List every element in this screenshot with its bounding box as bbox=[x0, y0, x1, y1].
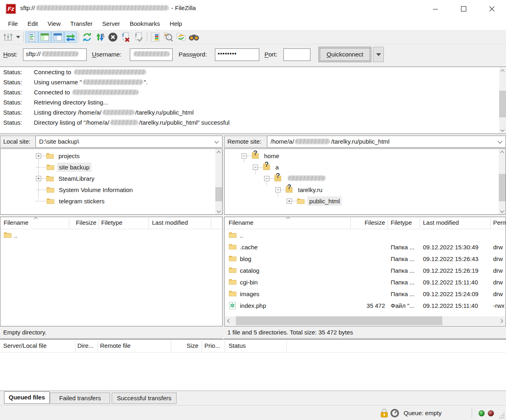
remote-file-row-parent[interactable]: .. bbox=[225, 230, 506, 242]
resize-grip[interactable] bbox=[503, 417, 504, 418]
site-manager-dropdown-icon[interactable] bbox=[15, 31, 22, 43]
local-tree-item-site-backup[interactable]: site backup bbox=[36, 161, 92, 173]
speedometer-icon[interactable] bbox=[390, 409, 399, 418]
remote-file-row-catalog[interactable]: catalog Папка ... 09.12.2022 15:26:19 dr… bbox=[225, 265, 506, 277]
column-size[interactable]: Size bbox=[174, 342, 198, 349]
column-filesize[interactable]: Filesize bbox=[71, 219, 96, 226]
local-tree-item-system-volume-information[interactable]: System Volume Information bbox=[36, 184, 135, 195]
tree-item-label[interactable] bbox=[285, 173, 329, 183]
tree-item-label[interactable]: site backup bbox=[57, 163, 92, 172]
remote-tree-scrollbar[interactable] bbox=[499, 149, 506, 214]
find-files-icon[interactable] bbox=[187, 31, 200, 43]
expander-icon[interactable]: − bbox=[242, 153, 247, 159]
remote-tree-item-a[interactable]: − ? a bbox=[253, 161, 281, 173]
remote-path-combo[interactable]: /home/a//tarelky.ru/public_html bbox=[267, 136, 506, 148]
scroll-down-icon[interactable] bbox=[499, 207, 506, 214]
scroll-up-icon[interactable] bbox=[499, 67, 506, 74]
column-filesize[interactable]: Filesize bbox=[345, 219, 385, 226]
scrollbar-thumb[interactable] bbox=[499, 91, 506, 117]
expander-icon[interactable]: + bbox=[287, 199, 292, 204]
scroll-down-icon[interactable] bbox=[215, 207, 222, 214]
scrollbar-thumb[interactable] bbox=[499, 174, 506, 201]
username-input[interactable] bbox=[130, 48, 173, 61]
remote-tree-item-home[interactable]: − ? home bbox=[242, 150, 281, 161]
expander-icon[interactable]: − bbox=[264, 176, 269, 181]
local-tree-scrollbar[interactable] bbox=[215, 149, 222, 214]
tree-item-label[interactable]: projects bbox=[56, 151, 82, 161]
tree-item-label[interactable]: SteamLibrary bbox=[56, 174, 96, 183]
quickconnect-dropdown-button[interactable] bbox=[373, 47, 384, 62]
menu-transfer[interactable]: Transfer bbox=[65, 18, 97, 30]
reconnect-icon[interactable] bbox=[132, 31, 145, 43]
scrollbar-thumb[interactable] bbox=[215, 187, 222, 201]
column-permissions[interactable]: Permissions bbox=[493, 219, 506, 226]
chevron-down-icon[interactable] bbox=[214, 139, 219, 143]
column-priority[interactable]: Prio... bbox=[204, 342, 220, 349]
port-input[interactable] bbox=[283, 48, 310, 61]
column-filename[interactable]: Filename bbox=[229, 219, 254, 226]
menu-server[interactable]: Server bbox=[98, 18, 125, 30]
menu-file[interactable]: File bbox=[3, 18, 23, 30]
log-error-indicator-icon[interactable] bbox=[488, 410, 494, 416]
remote-file-row-cache[interactable]: .cache Папка ... 09.12.2022 15:30:49 drw bbox=[225, 242, 506, 253]
toggle-message-log-icon[interactable] bbox=[25, 31, 38, 43]
remote-tree-item-tarelky-ru[interactable]: − ? tarelky.ru bbox=[275, 184, 325, 195]
remote-tree-item-censored[interactable]: − ? bbox=[264, 173, 329, 184]
menu-view[interactable]: View bbox=[43, 18, 65, 30]
local-file-row-parent[interactable]: .. bbox=[0, 230, 222, 242]
column-filetype[interactable]: Filetype bbox=[391, 219, 412, 226]
tree-item-label[interactable]: telegram stickers bbox=[57, 196, 106, 206]
tree-item-label[interactable]: home bbox=[262, 151, 281, 161]
lock-icon[interactable] bbox=[379, 408, 389, 418]
cancel-icon[interactable] bbox=[106, 31, 119, 43]
remote-file-row-images[interactable]: images Папка ... 09.12.2022 15:24:09 drw bbox=[225, 288, 506, 300]
maximize-button[interactable] bbox=[454, 2, 473, 16]
remote-tree-item-public-html[interactable]: + public_html bbox=[287, 195, 342, 207]
scroll-up-icon[interactable] bbox=[215, 149, 222, 156]
menu-bookmarks[interactable]: Bookmarks bbox=[125, 18, 165, 30]
log-scrollbar[interactable] bbox=[499, 67, 506, 133]
tab-queued-files[interactable]: Queued files bbox=[4, 391, 50, 404]
synchronized-browsing-icon[interactable] bbox=[175, 31, 187, 43]
chevron-down-icon[interactable] bbox=[498, 139, 502, 143]
tree-item-label[interactable]: System Volume Information bbox=[57, 185, 135, 194]
expander-icon[interactable]: − bbox=[253, 165, 258, 170]
directory-comparison-icon[interactable] bbox=[162, 31, 175, 43]
minimize-button[interactable] bbox=[426, 2, 445, 16]
local-tree-item-steamlibrary[interactable]: + SteamLibrary bbox=[36, 173, 96, 184]
remote-file-row-cgi-bin[interactable]: cgi-bin Папка ... 09.12.2022 15:11:40 dr… bbox=[225, 277, 506, 288]
menu-edit[interactable]: Edit bbox=[23, 18, 43, 30]
quickconnect-button[interactable]: Quickconnect bbox=[319, 47, 371, 62]
tab-successful-transfers[interactable]: Successful transfers bbox=[112, 393, 177, 404]
scroll-left-icon[interactable] bbox=[226, 318, 233, 324]
remote-file-row-blog[interactable]: blog Папка ... 09.12.2022 15:26:43 drw bbox=[225, 253, 506, 265]
host-input[interactable]: sftp:// bbox=[23, 48, 87, 61]
tab-failed-transfers[interactable]: Failed transfers bbox=[50, 393, 110, 404]
speed-limits-icon[interactable] bbox=[94, 31, 106, 43]
column-remote-file[interactable]: Remote file bbox=[100, 342, 131, 349]
local-tree-item-projects[interactable]: + projects bbox=[36, 150, 82, 161]
toggle-local-tree-icon[interactable] bbox=[38, 31, 51, 43]
local-path-combo[interactable]: D:\site backup\ bbox=[35, 136, 223, 148]
column-server-local-file[interactable]: Server/Local file bbox=[3, 342, 47, 349]
toggle-transfer-queue-icon[interactable] bbox=[64, 31, 77, 43]
column-filetype[interactable]: Filetype bbox=[101, 219, 123, 226]
column-filename[interactable]: Filename bbox=[4, 219, 29, 226]
toggle-remote-tree-icon[interactable] bbox=[51, 31, 64, 43]
local-tree-item-telegram-stickers[interactable]: telegram stickers bbox=[36, 195, 106, 207]
log-ok-indicator-icon[interactable] bbox=[479, 410, 485, 416]
refresh-icon[interactable] bbox=[81, 31, 94, 43]
scroll-up-icon[interactable] bbox=[499, 149, 506, 156]
tree-item-label[interactable]: a bbox=[273, 163, 281, 172]
password-input[interactable]: •••••••• bbox=[215, 48, 259, 61]
disconnect-icon[interactable] bbox=[119, 31, 132, 43]
filter-icon[interactable] bbox=[149, 31, 162, 43]
column-direction[interactable]: Dire... bbox=[77, 342, 94, 349]
expander-icon[interactable]: − bbox=[275, 187, 281, 192]
site-manager-icon[interactable] bbox=[2, 31, 15, 43]
tree-item-label[interactable]: tarelky.ru bbox=[296, 185, 325, 194]
menu-help[interactable]: Help bbox=[165, 18, 187, 30]
column-status[interactable]: Status bbox=[229, 342, 246, 349]
scroll-right-icon[interactable] bbox=[498, 318, 504, 324]
remote-file-row-index-php[interactable]: index.php 35 472 Файл "... 09.12.2022 15… bbox=[225, 300, 506, 312]
